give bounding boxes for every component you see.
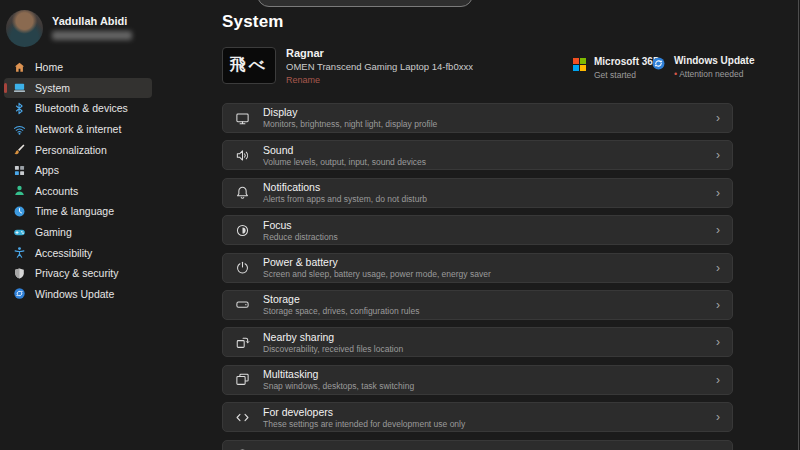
sidebar-item-label: Accessibility	[35, 247, 92, 259]
sidebar: Yadullah Abidi HomeSystemBluetooth & dev…	[0, 0, 210, 450]
sidebar-item-label: Apps	[35, 164, 59, 176]
sidebar-item-apps[interactable]: Apps	[4, 160, 152, 181]
sidebar-item-label: Home	[35, 61, 63, 73]
user-name: Yadullah Abidi	[52, 15, 132, 27]
user-profile[interactable]: Yadullah Abidi	[6, 10, 132, 47]
row-text: MultitaskingSnap windows, desktops, task…	[263, 368, 716, 391]
profile-text: Yadullah Abidi	[52, 10, 132, 47]
device-info: Ragnar OMEN Transcend Gaming Laptop 14-f…	[286, 47, 473, 85]
sound-icon	[235, 148, 250, 163]
row-text: For developersThese settings are intende…	[263, 406, 716, 429]
sidebar-item-label: Network & internet	[35, 123, 121, 135]
search-input[interactable]	[257, 0, 473, 7]
windows-update-title: Windows Update	[674, 55, 754, 66]
time-language-icon	[13, 205, 26, 218]
focus-icon	[235, 223, 250, 238]
settings-row-storage[interactable]: StorageStorage space, drives, configurat…	[222, 290, 733, 320]
network-icon	[13, 123, 26, 136]
row-subtitle: Discoverability, received files location	[263, 344, 716, 354]
display-icon	[235, 111, 250, 126]
windows-update-card[interactable]: Windows Update •Attention needed	[651, 55, 754, 79]
row-title: Storage	[263, 293, 716, 305]
row-title: Multitasking	[263, 368, 716, 380]
row-title: Nearby sharing	[263, 331, 716, 343]
row-title: For developers	[263, 406, 716, 418]
sidebar-item-label: Time & language	[35, 205, 114, 217]
sidebar-item-label: Bluetooth & devices	[35, 102, 128, 114]
sidebar-item-label: Accounts	[35, 185, 78, 197]
chevron-right-icon: ›	[716, 187, 720, 199]
sidebar-item-time-and-language[interactable]: Time & language	[4, 201, 152, 222]
sidebar-item-network-and-internet[interactable]: Network & internet	[4, 119, 152, 140]
chevron-right-icon: ›	[716, 149, 720, 161]
chevron-right-icon: ›	[716, 411, 720, 423]
sidebar-nav: HomeSystemBluetooth & devicesNetwork & i…	[4, 57, 164, 304]
row-subtitle: Snap windows, desktops, task switching	[263, 381, 716, 391]
sidebar-item-personalization[interactable]: Personalization	[4, 139, 152, 160]
developers-icon	[235, 410, 250, 425]
microsoft-365-subtitle: Get started	[594, 70, 658, 80]
chevron-right-icon: ›	[716, 374, 720, 386]
row-subtitle: Volume levels, output, input, sound devi…	[263, 157, 716, 167]
chevron-right-icon: ›	[716, 262, 720, 274]
microsoft-logo-icon	[573, 58, 586, 71]
settings-row-power-and-battery[interactable]: Power & batteryScreen and sleep, battery…	[222, 253, 733, 283]
sidebar-item-accounts[interactable]: Accounts	[4, 181, 152, 202]
page-title: System	[222, 12, 284, 32]
nearby-sharing-icon	[235, 335, 250, 350]
settings-row-focus[interactable]: FocusReduce distractions›	[222, 215, 733, 245]
settings-row-sound[interactable]: SoundVolume levels, output, input, sound…	[222, 140, 733, 170]
home-icon	[13, 61, 26, 74]
sidebar-item-gaming[interactable]: Gaming	[4, 222, 152, 243]
sidebar-item-home[interactable]: Home	[4, 57, 152, 78]
row-text: Power & batteryScreen and sleep, battery…	[263, 256, 716, 279]
rename-link[interactable]: Rename	[286, 75, 473, 85]
settings-row-for-developers[interactable]: For developersThese settings are intende…	[222, 402, 733, 432]
privacy-icon	[13, 267, 26, 280]
sidebar-item-system[interactable]: System	[4, 78, 152, 99]
device-header: 飛べ Ragnar OMEN Transcend Gaming Laptop 1…	[222, 47, 473, 85]
sidebar-item-label: Privacy & security	[35, 267, 118, 279]
chevron-right-icon: ›	[716, 112, 720, 124]
settings-rows: DisplayMonitors, brightness, night light…	[222, 103, 733, 450]
sidebar-item-bluetooth-and-devices[interactable]: Bluetooth & devices	[4, 98, 152, 119]
settings-row-multitasking[interactable]: MultitaskingSnap windows, desktops, task…	[222, 365, 733, 395]
bluetooth-icon	[13, 102, 26, 115]
row-text: NotificationsAlerts from apps and system…	[263, 181, 716, 204]
avatar[interactable]	[6, 10, 43, 47]
sidebar-item-label: Personalization	[35, 144, 107, 156]
sidebar-item-privacy-and-security[interactable]: Privacy & security	[4, 263, 152, 284]
row-text: Nearby sharingDiscoverability, received …	[263, 331, 716, 354]
windows-update-icon	[13, 287, 26, 300]
row-title: Display	[263, 106, 716, 118]
sidebar-item-label: Gaming	[35, 226, 72, 238]
device-model: OMEN Transcend Gaming Laptop 14-fb0xxx	[286, 61, 473, 72]
notifications-icon	[235, 185, 250, 200]
personalization-icon	[13, 143, 26, 156]
row-subtitle: Storage space, drives, configuration rul…	[263, 306, 716, 316]
device-thumbnail: 飛べ	[222, 47, 276, 84]
windows-update-text: Windows Update •Attention needed	[674, 55, 754, 79]
row-text: FocusReduce distractions	[263, 219, 716, 242]
settings-row-display[interactable]: DisplayMonitors, brightness, night light…	[222, 103, 733, 133]
row-subtitle: Alerts from apps and system, do not dist…	[263, 194, 716, 204]
row-subtitle: Monitors, brightness, night light, displ…	[263, 119, 716, 129]
chevron-right-icon: ›	[716, 299, 720, 311]
system-icon	[13, 81, 26, 94]
chevron-right-icon: ›	[716, 336, 720, 348]
microsoft-365-text: Microsoft 365 Get started	[594, 56, 658, 80]
apps-icon	[13, 164, 26, 177]
accounts-icon	[13, 184, 26, 197]
row-title: Notifications	[263, 181, 716, 193]
windows-update-subtitle: •Attention needed	[674, 69, 754, 79]
settings-row-nearby-sharing[interactable]: Nearby sharingDiscoverability, received …	[222, 327, 733, 357]
microsoft-365-card[interactable]: Microsoft 365 Get started	[573, 56, 658, 80]
sidebar-item-accessibility[interactable]: Accessibility	[4, 242, 152, 263]
sidebar-item-windows-update[interactable]: Windows Update	[4, 284, 152, 305]
row-text: SoundVolume levels, output, input, sound…	[263, 144, 716, 167]
settings-row-notifications[interactable]: NotificationsAlerts from apps and system…	[222, 178, 733, 208]
settings-row-activation[interactable]: Activation›	[222, 440, 733, 450]
accessibility-icon	[13, 246, 26, 259]
windows-update-icon	[651, 56, 666, 71]
gaming-icon	[13, 226, 26, 239]
